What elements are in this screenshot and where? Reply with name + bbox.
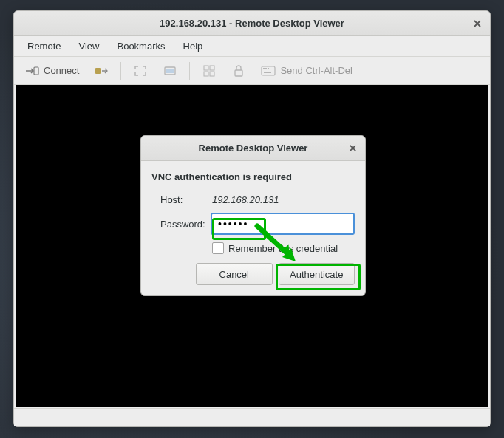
fullscreen-icon [133,64,148,78]
disconnect-icon [94,64,109,78]
disconnect-button[interactable] [88,61,115,81]
host-value: 192.168.20.131 [212,194,279,205]
password-label: Password: [160,219,211,230]
dialog-buttons: Cancel Authenticate [151,263,355,285]
menu-bookmarks[interactable]: Bookmarks [108,38,174,55]
remember-checkbox[interactable] [212,242,224,254]
dialog-body: VNC authentication is required Host: 192… [141,161,365,295]
svg-rect-1 [95,68,101,74]
svg-rect-4 [204,66,208,70]
screenshot-button[interactable] [157,61,183,81]
menu-help[interactable]: Help [174,38,212,55]
password-input[interactable] [211,213,355,235]
svg-rect-9 [262,66,275,75]
menu-view[interactable]: View [70,38,109,55]
password-row: Password: [151,213,355,235]
scale-button[interactable] [196,61,222,81]
svg-rect-13 [264,72,271,73]
svg-rect-6 [210,66,214,70]
lock-icon [231,64,246,78]
connect-label: Connect [44,65,79,76]
window-title: 192.168.20.131 - Remote Desktop Viewer [14,18,490,29]
host-row: Host: 192.168.20.131 [151,194,355,205]
screenshot-icon [163,64,177,78]
svg-rect-8 [235,70,242,76]
toolbar-separator [189,62,190,80]
menubar: Remote View Bookmarks Help [14,36,490,57]
svg-rect-0 [34,67,38,75]
statusbar [14,408,490,426]
titlebar[interactable]: 192.168.20.131 - Remote Desktop Viewer [14,11,490,36]
authenticate-button[interactable]: Authenticate [279,263,355,285]
svg-rect-5 [210,72,214,76]
dialog-titlebar[interactable]: Remote Desktop Viewer [141,136,365,161]
dialog-heading: VNC authentication is required [151,171,355,182]
connect-button[interactable]: Connect [18,61,85,81]
fullscreen-button[interactable] [127,61,154,81]
remember-row: Remember this credential [151,242,355,254]
dialog-title: Remote Desktop Viewer [141,143,365,154]
svg-rect-11 [265,68,267,69]
toolbar-separator [120,62,121,80]
toolbar: Connect [14,57,490,85]
svg-rect-10 [263,68,265,69]
svg-rect-12 [268,68,269,69]
host-label: Host: [160,194,212,205]
readonly-button[interactable] [225,61,252,81]
send-keys-label: Send Ctrl-Alt-Del [280,65,353,76]
remember-label: Remember this credential [228,243,338,254]
auth-dialog: Remote Desktop Viewer VNC authentication… [140,135,366,296]
svg-rect-7 [204,72,208,76]
cancel-button[interactable]: Cancel [196,263,273,285]
keyboard-icon [261,64,276,78]
scale-icon [202,64,217,78]
close-icon[interactable] [471,17,484,30]
close-icon[interactable] [346,142,359,155]
connect-icon [24,64,39,78]
menu-remote[interactable]: Remote [18,38,70,55]
svg-rect-3 [166,69,174,73]
send-keys-button[interactable]: Send Ctrl-Alt-Del [255,61,358,81]
